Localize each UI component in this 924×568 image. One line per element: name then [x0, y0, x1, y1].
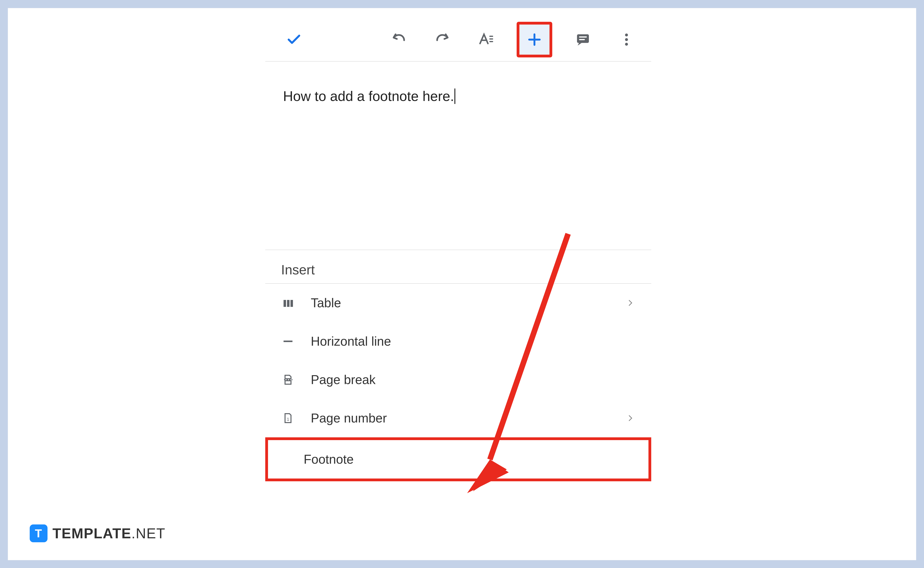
chevron-right-icon: [625, 413, 636, 423]
horizontal-line-icon: [281, 334, 295, 348]
comment-button[interactable]: [570, 27, 596, 53]
watermark-brand: TEMPLATE: [53, 526, 131, 541]
page-break-icon: [281, 373, 295, 387]
more-button[interactable]: [614, 27, 639, 53]
menu-item-page-break[interactable]: Page break: [265, 361, 651, 399]
text-cursor: [454, 89, 455, 104]
redo-button[interactable]: [430, 27, 455, 53]
menu-item-label: Footnote: [303, 452, 633, 467]
comment-icon: [575, 32, 591, 47]
mobile-docs-editor: How to add a footnote here. Insert Table: [265, 18, 651, 553]
page-number-icon: 1: [281, 411, 295, 425]
watermark-logo: T: [30, 524, 47, 542]
svg-text:1: 1: [287, 417, 289, 421]
chevron-right-icon: [625, 298, 636, 308]
insert-menu-sheet: Insert Table Horizontal line: [265, 250, 651, 481]
svg-point-3: [625, 43, 628, 46]
watermark-suffix: .NET: [131, 526, 166, 541]
tutorial-frame: How to add a footnote here. Insert Table: [8, 8, 916, 560]
menu-item-label: Horizontal line: [311, 334, 636, 349]
undo-button[interactable]: [386, 27, 412, 53]
done-button[interactable]: [281, 27, 307, 53]
insert-menu-title: Insert: [265, 258, 651, 283]
svg-point-1: [625, 33, 628, 36]
menu-item-table[interactable]: Table: [265, 284, 651, 322]
undo-icon: [391, 32, 407, 47]
svg-rect-6: [291, 300, 293, 307]
table-icon: [281, 296, 295, 310]
menu-item-footnote[interactable]: Footnote: [265, 437, 651, 481]
menu-item-label: Page break: [311, 372, 636, 387]
redo-icon: [435, 32, 450, 47]
menu-item-page-number[interactable]: 1 Page number: [265, 399, 651, 437]
plus-icon: [527, 32, 542, 47]
checkmark-icon: [286, 32, 302, 47]
menu-item-label: Page number: [311, 411, 610, 426]
svg-rect-0: [577, 34, 589, 43]
svg-rect-4: [284, 300, 286, 307]
more-vertical-icon: [619, 32, 634, 47]
menu-item-horizontal-line[interactable]: Horizontal line: [265, 322, 651, 361]
watermark-logo-letter: T: [35, 527, 42, 540]
text-format-button[interactable]: [473, 27, 499, 53]
document-text: How to add a footnote here.: [283, 87, 454, 105]
watermark: T TEMPLATE.NET: [30, 524, 166, 542]
menu-item-label: Table: [311, 296, 610, 310]
document-body[interactable]: How to add a footnote here.: [265, 62, 651, 250]
editor-toolbar: [265, 18, 651, 62]
svg-rect-5: [287, 300, 290, 307]
insert-button[interactable]: [516, 22, 552, 57]
svg-point-2: [625, 38, 628, 41]
text-format-icon: [478, 32, 494, 47]
